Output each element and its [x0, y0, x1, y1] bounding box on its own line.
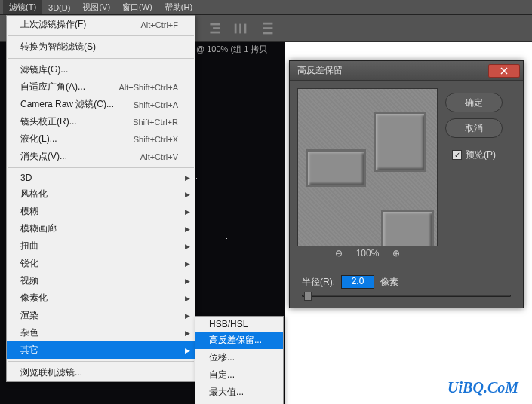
- menu-label: HSB/HSL: [209, 319, 248, 329]
- menu-render[interactable]: 渲染▶: [7, 307, 195, 324]
- menu-label: 浏览联机滤镜...: [20, 366, 82, 379]
- document-tab[interactable]: @ 100% (组 1 拷贝: [196, 44, 267, 55]
- menu-video[interactable]: 视频▶: [7, 272, 195, 289]
- menu-shortcut: Alt+Ctrl+V: [140, 152, 178, 161]
- close-icon: [500, 67, 508, 75]
- menu-label: 像素化: [20, 292, 48, 305]
- align-right-icon[interactable]: [205, 20, 222, 37]
- menu-noise[interactable]: 杂色▶: [7, 324, 195, 341]
- menu-label: 滤镜库(G)...: [20, 63, 68, 76]
- submenu-minimum[interactable]: 最小值...: [195, 401, 283, 404]
- checkbox-icon[interactable]: ✓: [452, 150, 462, 160]
- ok-button[interactable]: 确定: [445, 93, 503, 112]
- svg-rect-13: [263, 27, 273, 29]
- menu-adaptive-wide[interactable]: 自适应广角(A)...Alt+Shift+Ctrl+A: [7, 78, 195, 96]
- submenu-high-pass[interactable]: 高反差保留...: [195, 332, 283, 349]
- high-pass-dialog: 高反差保留 ⊖ 100% ⊕ 确定 取消 ✓ 预览(P): [289, 60, 524, 308]
- chevron-right-icon: ▶: [185, 277, 190, 285]
- distribute-v-icon[interactable]: [260, 20, 276, 37]
- menu-camera-raw[interactable]: Camera Raw 滤镜(C)...Shift+Ctrl+A: [7, 96, 195, 113]
- menu-label: 位移...: [209, 351, 235, 364]
- preview-checkbox-row[interactable]: ✓ 预览(P): [452, 148, 496, 161]
- menu-label: 转换为智能滤镜(S): [20, 41, 96, 54]
- menu-3d-sub[interactable]: 3D▶: [7, 170, 195, 185]
- chevron-right-icon: ▶: [185, 312, 190, 320]
- chevron-right-icon: ▶: [185, 174, 190, 182]
- chevron-right-icon: ▶: [185, 329, 190, 337]
- menu-shortcut: Shift+Ctrl+X: [134, 135, 178, 144]
- menu-view[interactable]: 视图(V): [76, 0, 116, 14]
- menu-filter-gallery[interactable]: 滤镜库(G)...: [7, 61, 195, 78]
- site-watermark: UiBQ.CoM: [447, 379, 518, 396]
- preview-label: 预览(P): [466, 148, 496, 161]
- distribute-h-icon[interactable]: [232, 20, 249, 37]
- close-button[interactable]: [488, 64, 520, 78]
- menu-help[interactable]: 帮助(H): [158, 0, 198, 14]
- filter-other-submenu: HSB/HSL 高反差保留... 位移... 自定... 最大值... 最小值.…: [195, 316, 284, 404]
- submenu-maximum[interactable]: 最大值...: [195, 384, 283, 401]
- menu-separator: [8, 167, 194, 168]
- menu-label: 3D: [20, 173, 32, 183]
- svg-rect-8: [210, 31, 220, 33]
- submenu-hsb-hsl[interactable]: HSB/HSL: [195, 317, 283, 332]
- menu-blur-gallery[interactable]: 模糊画廊▶: [7, 220, 195, 237]
- menu-label: 自定...: [209, 369, 235, 381]
- submenu-custom[interactable]: 自定...: [195, 366, 283, 384]
- menu-3d[interactable]: 3D(D): [42, 2, 76, 14]
- menu-label: 模糊: [20, 205, 38, 218]
- menu-label: 镜头校正(R)...: [20, 115, 77, 128]
- menu-shortcut: Shift+Ctrl+A: [134, 100, 178, 109]
- menu-label: 锐化: [20, 257, 38, 270]
- menu-distort[interactable]: 扭曲▶: [7, 237, 195, 255]
- filter-menu: 上次滤镜操作(F) Alt+Ctrl+F 转换为智能滤镜(S) 滤镜库(G)..…: [6, 15, 195, 382]
- submenu-offset[interactable]: 位移...: [195, 349, 283, 366]
- menu-last-filter[interactable]: 上次滤镜操作(F) Alt+Ctrl+F: [7, 16, 195, 33]
- radius-label: 半径(R):: [302, 276, 335, 289]
- preview-thumbnail[interactable]: [297, 88, 438, 246]
- svg-rect-6: [210, 23, 220, 25]
- menu-label: 液化(L)...: [20, 133, 57, 145]
- zoom-out-icon[interactable]: ⊖: [335, 248, 343, 259]
- menu-shortcut: Alt+Ctrl+F: [140, 20, 178, 29]
- svg-rect-12: [263, 22, 273, 24]
- slider-thumb[interactable]: [304, 292, 312, 301]
- menu-label: Camera Raw 滤镜(C)...: [20, 98, 114, 111]
- menu-label: 自适应广角(A)...: [20, 81, 85, 93]
- menu-sharpen[interactable]: 锐化▶: [7, 255, 195, 272]
- menu-label: 最大值...: [209, 386, 244, 399]
- menu-pixelate[interactable]: 像素化▶: [7, 289, 195, 307]
- chevron-right-icon: ▶: [185, 208, 190, 216]
- menu-other[interactable]: 其它▶: [7, 341, 195, 359]
- menu-label: 模糊画廊: [20, 222, 57, 235]
- menu-label: 扭曲: [20, 240, 38, 252]
- menu-browse-online[interactable]: 浏览联机滤镜...: [7, 364, 195, 381]
- svg-rect-7: [213, 27, 220, 29]
- menu-liquify[interactable]: 液化(L)...Shift+Ctrl+X: [7, 130, 195, 148]
- menu-label: 视频: [20, 274, 38, 287]
- menu-stylize[interactable]: 风格化▶: [7, 185, 195, 203]
- cancel-button[interactable]: 取消: [445, 118, 503, 138]
- menu-separator: [8, 35, 194, 36]
- menu-label: 其它: [20, 344, 38, 357]
- svg-rect-9: [235, 23, 237, 33]
- menu-filter[interactable]: 滤镜(T): [3, 0, 42, 14]
- menu-vanishing-point[interactable]: 消失点(V)...Alt+Ctrl+V: [7, 148, 195, 165]
- dialog-titlebar[interactable]: 高反差保留: [290, 61, 523, 81]
- svg-rect-10: [239, 23, 241, 33]
- menu-label: 渲染: [20, 309, 38, 322]
- menu-window[interactable]: 窗口(W): [116, 0, 158, 14]
- menu-label: 消失点(V)...: [20, 150, 67, 163]
- menu-convert-smart[interactable]: 转换为智能滤镜(S): [7, 38, 195, 56]
- radius-input[interactable]: 2.0: [341, 275, 374, 289]
- radius-unit: 像素: [380, 276, 398, 289]
- chevron-right-icon: ▶: [185, 243, 190, 250]
- chevron-right-icon: ▶: [185, 225, 190, 233]
- menu-label: 风格化: [20, 188, 48, 200]
- zoom-level: 100%: [356, 248, 380, 259]
- menu-lens-correction[interactable]: 镜头校正(R)...Shift+Ctrl+R: [7, 113, 195, 130]
- zoom-in-icon[interactable]: ⊕: [392, 248, 400, 259]
- radius-slider[interactable]: [302, 295, 511, 297]
- chevron-right-icon: ▶: [185, 347, 190, 354]
- chevron-right-icon: ▶: [185, 191, 190, 198]
- menu-blur[interactable]: 模糊▶: [7, 203, 195, 220]
